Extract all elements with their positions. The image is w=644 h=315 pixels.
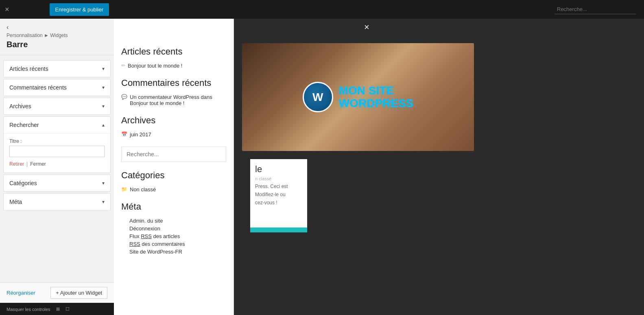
list-item: Admin. du site bbox=[129, 217, 226, 225]
close-icon[interactable]: × bbox=[5, 6, 9, 13]
separator: | bbox=[26, 161, 28, 167]
categories-item-1: Non classé bbox=[130, 186, 156, 192]
widget-label-archives: Archives bbox=[9, 103, 31, 109]
sidebar-commentaires-title: Commentaires récents bbox=[121, 78, 226, 88]
meta-flux-rss: Flux RSS des articles bbox=[129, 233, 180, 239]
sidebar-meta-list: Admin. du site Déconnexion Flux RSS des … bbox=[121, 217, 226, 256]
site-name: MON SITE WORDPRESS bbox=[339, 85, 414, 110]
back-arrow-icon: ‹ bbox=[7, 24, 9, 31]
responsive-icon[interactable]: ⊞ bbox=[56, 306, 60, 312]
breadcrumb: Personnalisation ► Widgets bbox=[7, 33, 107, 38]
preview-close-button[interactable]: × bbox=[364, 23, 369, 32]
main-preview: W MON SITE WORDPRESS le n classé Press. … bbox=[234, 19, 644, 315]
back-button[interactable]: ‹ bbox=[7, 24, 107, 31]
sidebar-commentaires-list: 💬 Un commentateur WordPress dans Bonjour… bbox=[121, 93, 226, 107]
chevron-up-icon: ▴ bbox=[102, 122, 105, 128]
titre-input[interactable] bbox=[9, 146, 105, 157]
archives-item-1: juin 2017 bbox=[130, 131, 151, 138]
sidebar-meta-title: Méta bbox=[121, 201, 226, 212]
reorganize-link[interactable]: Réorganiser bbox=[7, 290, 35, 296]
preview-content: Articles récents ✏ Bonjour tout le monde… bbox=[114, 19, 644, 315]
preview-search-input[interactable] bbox=[554, 4, 636, 14]
list-item: Site de WordPress-FR bbox=[129, 248, 226, 256]
retirer-link[interactable]: Retirer bbox=[9, 161, 24, 167]
breadcrumb-area: ‹ Personnalisation ► Widgets Barre bbox=[0, 19, 114, 55]
chevron-down-icon: ▾ bbox=[102, 199, 105, 205]
widget-header-articles: Articles récents ▾ bbox=[4, 61, 110, 77]
widget-header-meta: Méta ▾ bbox=[4, 194, 110, 210]
articles-item-1: Bonjour tout le monde ! bbox=[128, 63, 182, 69]
post-card-text-2: Modifiez-le ou bbox=[255, 192, 302, 197]
chevron-down-icon: ▾ bbox=[102, 85, 105, 90]
calendar-icon: 📅 bbox=[121, 131, 127, 137]
fermer-link[interactable]: Fermer bbox=[30, 161, 46, 167]
preview-panel: PAGE D'EXEMPLE × Articles récents ✏ Bonj… bbox=[114, 0, 644, 315]
widget-label-meta: Méta bbox=[9, 199, 22, 205]
post-card-footer bbox=[250, 228, 307, 232]
add-widget-button[interactable]: + Ajouter un Widget bbox=[50, 287, 107, 299]
publish-button[interactable]: Enregistrer & publier bbox=[50, 3, 109, 16]
list-item: ✏ Bonjour tout le monde ! bbox=[121, 62, 226, 70]
widget-rechercher: Rechercher ▴ Titre : Retirer | Fermer bbox=[3, 116, 111, 173]
list-item: RSS des commentaires bbox=[129, 240, 226, 248]
list-item: Flux RSS des articles bbox=[129, 232, 226, 240]
folder-icon: 📁 bbox=[121, 186, 127, 192]
sidebar-archives-title: Archives bbox=[121, 115, 226, 126]
widget-label-rechercher: Rechercher bbox=[9, 122, 39, 128]
chat-icon: 💬 bbox=[121, 94, 127, 100]
preview-topbar bbox=[114, 0, 644, 19]
widget-label-commentaires: Commentaires récents bbox=[9, 84, 67, 91]
widget-meta[interactable]: Méta ▾ bbox=[3, 193, 111, 210]
widget-label-articles: Articles récents bbox=[9, 66, 48, 72]
panel-footer: Réorganiser + Ajouter un Widget bbox=[0, 282, 114, 303]
chevron-down-icon: ▾ bbox=[102, 66, 105, 72]
widget-header-categories: Catégories ▾ bbox=[4, 175, 110, 191]
left-panel: × Enregistrer & publier ‹ Personnalisati… bbox=[0, 0, 114, 315]
wp-logo: W bbox=[303, 82, 333, 112]
widget-label-categories: Catégories bbox=[9, 180, 37, 186]
top-bar: × Enregistrer & publier bbox=[0, 0, 114, 19]
list-item: Déconnexion bbox=[129, 225, 226, 232]
list-item: 📁 Non classé bbox=[121, 186, 226, 193]
sidebar-articles-title: Articles récents bbox=[121, 46, 226, 57]
mobile-icon[interactable]: ☐ bbox=[65, 306, 70, 312]
titre-label: Titre : bbox=[9, 138, 105, 144]
sidebar-search-input[interactable] bbox=[127, 151, 221, 158]
hero-logo-area: W MON SITE WORDPRESS bbox=[303, 82, 414, 112]
widget-commentaires-recents[interactable]: Commentaires récents ▾ bbox=[3, 79, 111, 96]
widgets-list: Articles récents ▾ Commentaires récents … bbox=[0, 55, 114, 282]
post-card: le n classé Press. Ceci est Modifiez-le … bbox=[250, 159, 307, 232]
widget-body-rechercher: Titre : Retirer | Fermer bbox=[4, 133, 110, 173]
list-item: 💬 Un commentateur WordPress dans Bonjour… bbox=[121, 93, 226, 107]
bottom-controls[interactable]: Masquer les controles ⊞ ☐ bbox=[0, 303, 114, 315]
widget-header-rechercher[interactable]: Rechercher ▴ bbox=[4, 117, 110, 133]
sidebar-search-box[interactable] bbox=[121, 147, 226, 162]
commentaires-text: Un commentateur WordPress dans Bonjour t… bbox=[130, 94, 226, 106]
post-card-tag: n classé bbox=[255, 176, 302, 181]
post-card-content: le n classé Press. Ceci est Modifiez-le … bbox=[255, 164, 302, 206]
widget-header-commentaires: Commentaires récents ▾ bbox=[4, 79, 110, 96]
post-card-text-3: cez-vous ! bbox=[255, 200, 302, 206]
pencil-icon: ✏ bbox=[121, 63, 125, 68]
meta-rss-commentaires: RSS des commentaires bbox=[129, 241, 185, 247]
masquer-label: Masquer les controles bbox=[7, 307, 50, 312]
widget-archives[interactable]: Archives ▾ bbox=[3, 98, 111, 115]
sidebar-preview: Articles récents ✏ Bonjour tout le monde… bbox=[114, 19, 234, 315]
list-item: 📅 juin 2017 bbox=[121, 131, 226, 138]
sidebar-articles-list: ✏ Bonjour tout le monde ! bbox=[121, 62, 226, 70]
sidebar-categories-title: Catégories bbox=[121, 170, 226, 181]
chevron-down-icon: ▾ bbox=[102, 180, 105, 186]
hero-image: W MON SITE WORDPRESS bbox=[242, 43, 474, 151]
wp-logo-letter: W bbox=[312, 91, 323, 104]
sidebar-archives-list: 📅 juin 2017 bbox=[121, 131, 226, 138]
panel-title: Barre bbox=[7, 38, 107, 52]
widget-header-archives: Archives ▾ bbox=[4, 98, 110, 114]
widget-categories[interactable]: Catégories ▾ bbox=[3, 175, 111, 192]
post-big-letter: le bbox=[255, 164, 302, 175]
chevron-down-icon: ▾ bbox=[102, 103, 105, 109]
sidebar-categories-list: 📁 Non classé bbox=[121, 186, 226, 193]
widget-actions: Retirer | Fermer bbox=[9, 161, 105, 167]
widget-articles-recents[interactable]: Articles récents ▾ bbox=[3, 60, 111, 77]
post-card-text-1: Press. Ceci est bbox=[255, 184, 302, 189]
